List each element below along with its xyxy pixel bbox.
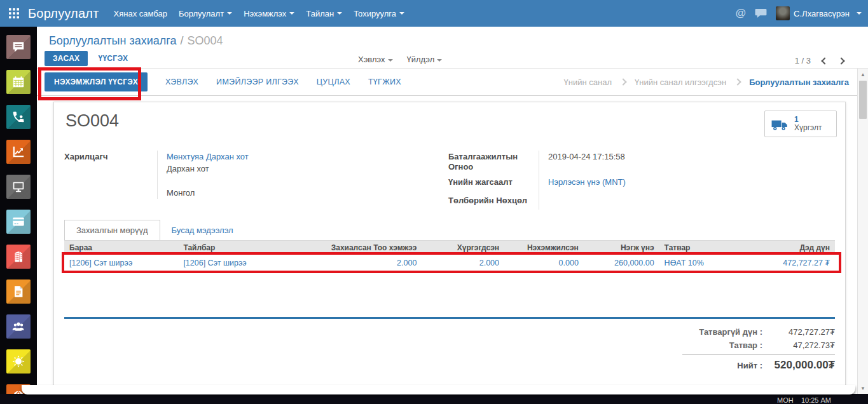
print-action-button[interactable]: ХЭВЛЭХ	[165, 77, 198, 86]
print-menu[interactable]: Хэвлэх	[358, 55, 393, 64]
cell-ordered-qty[interactable]: 2.000	[298, 255, 422, 272]
totals-divider	[682, 354, 835, 355]
cell-description[interactable]: [1206] Сэт ширээ	[178, 255, 298, 272]
cell-taxes[interactable]: НӨАТ 10%	[659, 255, 757, 272]
cancel-button[interactable]: ЦУЦЛАХ	[317, 77, 350, 86]
state-quotation[interactable]: Үнийн санал	[564, 77, 612, 87]
col-ordered-qty[interactable]: Захиалсан Тоо хэмжээ	[298, 241, 422, 255]
menu-reports[interactable]: Тайлан	[300, 0, 348, 27]
employees-people-icon[interactable]	[6, 314, 31, 339]
col-description[interactable]: Тайлбар	[178, 241, 298, 255]
menu-settings[interactable]: Тохируулга	[348, 0, 410, 27]
truck-icon	[771, 118, 789, 131]
delivery-stat-button[interactable]: 1 Хүргэлт	[764, 111, 837, 137]
taxes-row: Татвар : 47,272.73₮	[682, 339, 835, 352]
calendar-icon[interactable]	[6, 70, 31, 94]
scrollbar-thumb[interactable]	[859, 81, 867, 119]
untaxed-amount-row: Татваргүй дүн : 472,727.27₮	[682, 325, 835, 339]
settings-sun-icon[interactable]	[6, 349, 31, 374]
taxes-value: 47,272.73₮	[769, 340, 835, 350]
payment-terms-value	[539, 194, 754, 210]
col-delivered[interactable]: Хүргэгдсэн	[422, 241, 504, 255]
form-sheet: SO004 1 Хүргэлт Харилцагч Мөнхтуяа Дарха…	[53, 102, 846, 386]
cell-subtotal[interactable]: 472,727.27 ₮	[757, 255, 835, 272]
cell-product[interactable]: [1206] Сэт ширээ	[64, 255, 178, 272]
pos-monitor-icon[interactable]	[6, 175, 31, 199]
caret-down-icon	[337, 12, 342, 15]
state-quotation-sent[interactable]: Үнийн санал илгээгдсэн	[635, 77, 726, 87]
messages-icon[interactable]	[755, 8, 767, 18]
taskbar-clock: МОН 10:25 AM	[777, 396, 831, 404]
pager: 1 / 3	[795, 56, 844, 65]
chevron-right-icon	[734, 78, 741, 85]
scroll-up-icon[interactable]: ▲	[858, 69, 868, 79]
partner-country: Монгол	[167, 187, 357, 199]
vertical-scrollbar[interactable]: ▲ ▼	[857, 69, 868, 394]
tab-other-info[interactable]: Бусад мэдээлэл	[160, 220, 245, 240]
main-menu: Хянах самбар Борлуулалт Нэхэмжлэх Тайлан…	[108, 0, 410, 27]
caret-down-icon	[437, 59, 442, 62]
inventory-building-icon[interactable]	[6, 245, 31, 269]
state-sales-order[interactable]: Борлуулалтын захиалга	[749, 77, 849, 87]
cell-invoiced[interactable]: 0.000	[504, 255, 584, 272]
tab-order-lines[interactable]: Захиалгын мөрүүд	[64, 220, 160, 240]
col-unit-price[interactable]: Нэгж үнэ	[584, 241, 659, 255]
invoicing-card-icon[interactable]	[6, 210, 31, 234]
menu-sales[interactable]: Борлуулалт	[173, 0, 238, 27]
caret-down-icon	[857, 12, 862, 15]
menu-invoicing[interactable]: Нэхэмжлэх	[238, 0, 300, 27]
pager-next-icon[interactable]	[837, 57, 844, 64]
breadcrumb: Борлуулалтын захиалга/SO004	[49, 34, 223, 48]
screen: Борлуулалт Хянах самбар Борлуулалт Нэхэм…	[0, 0, 868, 404]
total-row: Нийт : 520,000.00₮	[682, 357, 835, 374]
cell-delivered[interactable]: 2.000	[422, 255, 504, 272]
app-sidebar	[0, 27, 37, 404]
crm-phone-icon[interactable]	[6, 105, 31, 129]
caret-down-icon	[289, 12, 294, 15]
form-fields: Харилцагч Мөнхтуяа Дархан хот Дархан хот…	[64, 151, 835, 218]
partner-label: Харилцагч	[64, 151, 157, 199]
col-product[interactable]: Бараа	[64, 241, 178, 255]
send-by-email-button[interactable]: ИМЭЙЛЭЭР ИЛГЭЭХ	[216, 77, 299, 86]
col-taxes[interactable]: Татвар	[659, 241, 757, 255]
scroll-down-icon[interactable]: ▼	[858, 383, 868, 393]
delivery-label: Хүргэлт	[794, 124, 822, 132]
col-subtotal[interactable]: Дэд дүн	[757, 241, 835, 255]
cell-unit-price[interactable]: 260,000.00	[584, 255, 659, 272]
os-taskbar[interactable]: МОН 10:25 AM	[0, 394, 868, 404]
col-invoiced[interactable]: Нэхэмжилсэн	[504, 241, 584, 255]
caret-down-icon	[227, 12, 232, 15]
statusbar: НЭХЭМЖЛЭЛ ҮҮСГЭХ ХЭВЛЭХ ИМЭЙЛЭЭР ИЛГЭЭХ …	[37, 68, 868, 96]
status-steps: Үнийн санал Үнийн санал илгээгдсэн Борлу…	[564, 77, 849, 87]
notebook-tabs: Захиалгын мөрүүд Бусад мэдээлэл	[64, 220, 245, 240]
breadcrumb-parent[interactable]: Борлуулалтын захиалга	[49, 34, 176, 47]
partner-name-link[interactable]: Мөнхтуяа Дархан хот	[167, 151, 357, 163]
mention-icon[interactable]	[736, 7, 747, 20]
user-menu[interactable]: С.Лхагвасүрэн	[776, 6, 862, 20]
purchase-document-icon[interactable]	[6, 279, 31, 304]
create-button[interactable]: ҮҮСГЭХ	[94, 51, 132, 66]
partner-field: Харилцагч Мөнхтуяа Дархан хот Дархан хот…	[64, 151, 357, 199]
untaxed-value: 472,727.27₮	[769, 327, 835, 337]
taxes-label: Татвар :	[682, 340, 769, 350]
table-row[interactable]: [1206] Сэт ширээ [1206] Сэт ширээ 2.000 …	[64, 255, 835, 272]
totals-block: Татваргүй дүн : 472,727.27₮ Татвар : 47,…	[682, 325, 835, 374]
total-value: 520,000.00₮	[769, 359, 835, 372]
pricelist-value-link[interactable]: Нэрлэсэн үнэ (MNT)	[548, 177, 626, 187]
chevron-right-icon	[619, 78, 626, 85]
apps-grid-icon[interactable]	[6, 6, 22, 21]
sales-chart-icon[interactable]	[6, 140, 31, 164]
caret-down-icon	[399, 12, 404, 15]
action-menu[interactable]: Үйлдэл	[407, 55, 443, 64]
lock-button[interactable]: ТҮГЖИХ	[368, 77, 401, 86]
app-title[interactable]: Борлуулалт	[28, 6, 99, 21]
pager-previous-icon[interactable]	[821, 57, 828, 64]
table-header-row: Бараа Тайлбар Захиалсан Тоо хэмжээ Хүргэ…	[64, 241, 835, 255]
pricelist-label: Үнийн жагсаалт	[448, 176, 539, 194]
discuss-chat-icon[interactable]	[6, 35, 31, 59]
right-fields: Баталгаажилтын Огноо 2019-04-24 17:15:58…	[448, 151, 754, 210]
breadcrumb-divider: /	[180, 34, 183, 47]
menu-dashboard[interactable]: Хянах самбар	[108, 0, 173, 27]
edit-button[interactable]: ЗАСАХ	[45, 51, 88, 66]
create-invoice-button[interactable]: НЭХЭМЖЛЭЛ ҮҮСГЭХ	[45, 72, 148, 91]
